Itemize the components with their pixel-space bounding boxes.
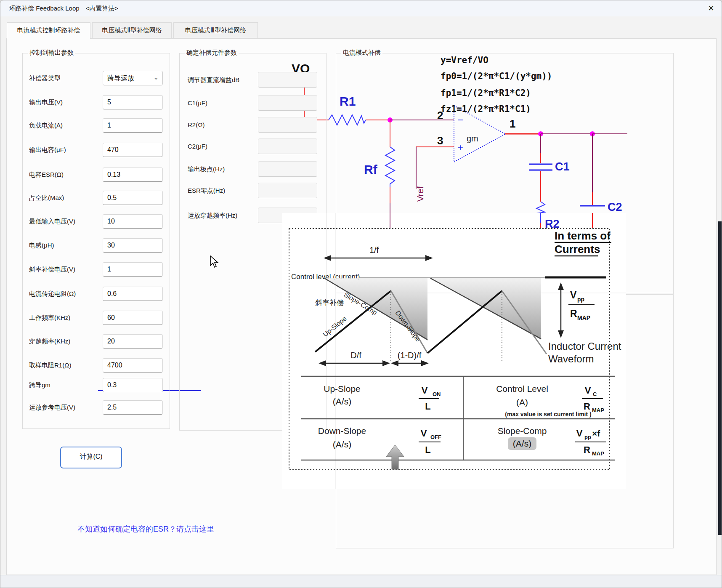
table-slope-comp: Slope-Comp [498,426,547,436]
tab-voltage-mode-3[interactable]: 电压模式Ⅲ型补偿网络 [173,22,258,38]
rmap-sub: MAP [592,407,604,413]
calculate-button[interactable]: 计算(C) [60,447,122,468]
field-label: 穿越频率(KHz) [29,338,70,346]
field-label: 输出电压(V) [29,98,63,106]
output-pole-output[interactable] [258,161,317,177]
vc-num: V [585,385,591,396]
table-control-level: Control Level [496,384,548,394]
opamp-plus: + [457,142,463,153]
close-icon[interactable]: ✕ [704,3,718,14]
background-window-sliver [718,221,722,535]
field-label: C2(μF) [188,143,207,150]
table-downslope-unit: (A/s) [333,439,351,449]
vppf-den-sub: MAP [592,450,604,457]
field-label: ESR零点(Hz) [188,187,225,195]
formula-fp0: fp0=1/(2*π*C1/(y*gm)) [441,71,552,81]
pin3-label: 3 [437,134,443,147]
field-label: 运放参考电压(V) [29,404,75,412]
resistor-r2 [536,202,545,213]
vc-sub: C [593,391,597,397]
pin1-label: 1 [510,117,515,130]
field-label: 电感(μH) [29,242,54,250]
tab-current-mode[interactable]: 电流模式控制环路补偿 [7,22,90,39]
group-title: 控制到输出参数 [28,49,75,57]
opamp-ref-voltage-input[interactable] [103,400,163,415]
formula-fz1: fz1=1/(2*π*R1*C1) [441,104,531,114]
gm-input[interactable] [103,378,163,392]
tab-label: 电压模式Ⅲ型补偿网络 [185,27,246,34]
tab-voltage-mode-2[interactable]: 电压模式Ⅱ型补偿网络 [92,22,172,38]
min-input-voltage-input[interactable] [103,214,163,229]
in-terms-title-2: Currents [555,243,600,255]
duty-cycle-input[interactable] [103,191,163,205]
formula-y: y=Vref/VO [441,55,488,65]
rmap-den: R [584,401,590,412]
switching-freq-input[interactable] [103,311,163,325]
table-note: (max value is set current limit ) [505,411,591,418]
formula-fp1: fp1=1/(2*π*R1*C2) [441,88,531,98]
one-over-f-label: 1/f [369,245,379,255]
load-current-input[interactable] [103,118,163,133]
tab-label: 电压模式Ⅱ型补偿网络 [102,27,162,34]
field-label: 取样电阻R1(Ω) [29,362,71,370]
vpp-frac-num: V [570,290,577,301]
vppf-suffix: ×f [592,428,600,438]
esr-help-link[interactable]: 不知道如何确定电容的ESR？请点击这里 [77,524,214,534]
voff-den: L [425,444,430,455]
output-cap-input[interactable] [103,143,163,157]
von-den: L [425,401,430,412]
opamp-minus: − [457,114,463,125]
c2-output[interactable] [258,138,317,154]
chevron-down-icon: ⌄ [153,70,159,84]
compensator-type-dropdown[interactable]: 跨导运放 ⌄ [103,71,163,85]
slope-comp-cn-label: 斜率补偿 [315,299,344,307]
table-control-level-unit: (A) [516,397,528,407]
c2-label: C2 [608,201,622,213]
vpp-frac-den-sub: MAP [577,314,590,321]
rf-label: Rf [364,162,378,176]
slope-comp-voltage-input[interactable] [103,262,163,277]
field-label: 占空比(Max) [29,194,64,202]
current-sense-resistor-input[interactable] [103,287,163,301]
r1-label: R1 [340,94,356,108]
field-label: 跨导gm [29,381,50,389]
one-minus-d-label: (1-D)/f [398,351,422,360]
window-bottom-strip [0,575,722,588]
resistor-r1 [329,115,366,125]
table-upslope: Up-Slope [324,384,361,394]
r2-output[interactable] [258,117,317,133]
cap-esr-input[interactable] [103,168,163,182]
esr-zero-output[interactable] [258,183,317,198]
field-label: 电流传递电阻(Ω) [29,290,76,298]
von-num: V [422,385,428,396]
sample-resistor-r1-input[interactable] [103,358,163,372]
inductance-input[interactable] [103,238,163,253]
table-slope-comp-unit: (A/s) [513,439,531,448]
field-label: 负载电流(A) [29,122,63,130]
table-upslope-unit: (A/s) [333,396,351,406]
opamp-circuit-diagram: VO R1 Rf Vref − + gm 2 3 1 [278,55,632,232]
crossover-freq-input[interactable] [103,334,163,349]
c1-output[interactable] [258,95,317,111]
voff-sub: OFF [430,434,441,440]
dropdown-value: 跨导运放 [107,74,134,82]
field-label: 斜率补偿电压(V) [29,266,75,274]
df-label: D/f [350,351,361,360]
dialog-window: 环路补偿 Feedback Loop <内置算法> ✕ 电流模式控制环路补偿 电… [0,0,722,588]
field-label: 输出电容(μF) [29,146,66,154]
field-label: 输出极点(Hz) [188,165,225,173]
inductor-label-1: Inductor Current [548,341,621,352]
field-label: 补偿器类型 [29,74,61,82]
slope-compensation-figure: R2 In terms of Currents 1/f Control leve… [282,213,626,489]
group-title: 确定补偿元件参数 [185,49,239,57]
vref-label: Vref [416,186,425,202]
dc-gain-output[interactable] [258,72,317,88]
inductor-label-2: Waveform [548,353,594,365]
mouse-cursor [210,255,220,269]
output-voltage-input[interactable] [103,95,163,109]
field-label: R2(Ω) [188,121,204,128]
vppf-num: V [576,428,583,439]
resistor-rf [385,147,395,187]
title-bar: 环路补偿 Feedback Loop <内置算法> ✕ [0,0,722,16]
von-sub: ON [433,391,441,397]
